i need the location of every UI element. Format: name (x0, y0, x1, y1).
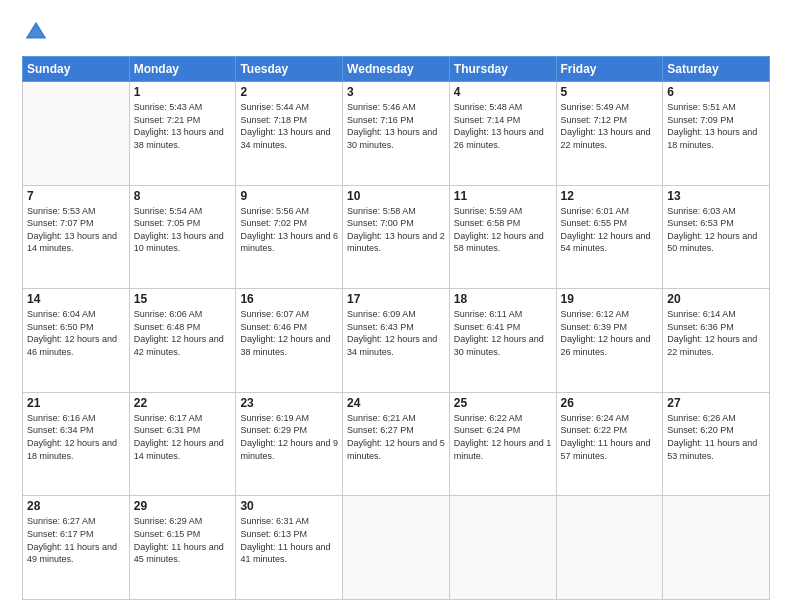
cell-info: Sunrise: 6:11 AMSunset: 6:41 PMDaylight:… (454, 308, 552, 358)
calendar-cell: 29Sunrise: 6:29 AMSunset: 6:15 PMDayligh… (129, 496, 236, 600)
calendar-cell: 27Sunrise: 6:26 AMSunset: 6:20 PMDayligh… (663, 392, 770, 496)
cell-info: Sunrise: 5:53 AMSunset: 7:07 PMDaylight:… (27, 205, 125, 255)
calendar-cell: 17Sunrise: 6:09 AMSunset: 6:43 PMDayligh… (343, 289, 450, 393)
day-number: 25 (454, 396, 552, 410)
cell-info: Sunrise: 6:16 AMSunset: 6:34 PMDaylight:… (27, 412, 125, 462)
cell-info: Sunrise: 6:09 AMSunset: 6:43 PMDaylight:… (347, 308, 445, 358)
logo (22, 18, 54, 46)
day-number: 22 (134, 396, 232, 410)
cell-info: Sunrise: 6:14 AMSunset: 6:36 PMDaylight:… (667, 308, 765, 358)
calendar-cell (663, 496, 770, 600)
calendar-week-row: 28Sunrise: 6:27 AMSunset: 6:17 PMDayligh… (23, 496, 770, 600)
page: SundayMondayTuesdayWednesdayThursdayFrid… (0, 0, 792, 612)
day-number: 7 (27, 189, 125, 203)
cell-info: Sunrise: 6:01 AMSunset: 6:55 PMDaylight:… (561, 205, 659, 255)
cell-info: Sunrise: 6:17 AMSunset: 6:31 PMDaylight:… (134, 412, 232, 462)
cell-info: Sunrise: 6:12 AMSunset: 6:39 PMDaylight:… (561, 308, 659, 358)
day-number: 9 (240, 189, 338, 203)
calendar-cell (23, 82, 130, 186)
cell-info: Sunrise: 6:04 AMSunset: 6:50 PMDaylight:… (27, 308, 125, 358)
day-number: 17 (347, 292, 445, 306)
calendar-cell: 19Sunrise: 6:12 AMSunset: 6:39 PMDayligh… (556, 289, 663, 393)
calendar-cell: 15Sunrise: 6:06 AMSunset: 6:48 PMDayligh… (129, 289, 236, 393)
day-number: 23 (240, 396, 338, 410)
cell-info: Sunrise: 5:44 AMSunset: 7:18 PMDaylight:… (240, 101, 338, 151)
cell-info: Sunrise: 6:27 AMSunset: 6:17 PMDaylight:… (27, 515, 125, 565)
day-number: 1 (134, 85, 232, 99)
weekday-header: Saturday (663, 57, 770, 82)
day-number: 6 (667, 85, 765, 99)
calendar-cell: 30Sunrise: 6:31 AMSunset: 6:13 PMDayligh… (236, 496, 343, 600)
calendar-table: SundayMondayTuesdayWednesdayThursdayFrid… (22, 56, 770, 600)
cell-info: Sunrise: 6:31 AMSunset: 6:13 PMDaylight:… (240, 515, 338, 565)
day-number: 2 (240, 85, 338, 99)
cell-info: Sunrise: 6:03 AMSunset: 6:53 PMDaylight:… (667, 205, 765, 255)
weekday-header: Thursday (449, 57, 556, 82)
calendar-cell: 14Sunrise: 6:04 AMSunset: 6:50 PMDayligh… (23, 289, 130, 393)
calendar-cell: 23Sunrise: 6:19 AMSunset: 6:29 PMDayligh… (236, 392, 343, 496)
calendar-week-row: 1Sunrise: 5:43 AMSunset: 7:21 PMDaylight… (23, 82, 770, 186)
day-number: 4 (454, 85, 552, 99)
cell-info: Sunrise: 5:46 AMSunset: 7:16 PMDaylight:… (347, 101, 445, 151)
weekday-header: Tuesday (236, 57, 343, 82)
calendar-cell: 7Sunrise: 5:53 AMSunset: 7:07 PMDaylight… (23, 185, 130, 289)
day-number: 29 (134, 499, 232, 513)
cell-info: Sunrise: 6:22 AMSunset: 6:24 PMDaylight:… (454, 412, 552, 462)
day-number: 24 (347, 396, 445, 410)
day-number: 15 (134, 292, 232, 306)
day-number: 28 (27, 499, 125, 513)
cell-info: Sunrise: 6:26 AMSunset: 6:20 PMDaylight:… (667, 412, 765, 462)
cell-info: Sunrise: 5:56 AMSunset: 7:02 PMDaylight:… (240, 205, 338, 255)
calendar-cell (343, 496, 450, 600)
calendar-cell: 12Sunrise: 6:01 AMSunset: 6:55 PMDayligh… (556, 185, 663, 289)
cell-info: Sunrise: 6:29 AMSunset: 6:15 PMDaylight:… (134, 515, 232, 565)
calendar-week-row: 21Sunrise: 6:16 AMSunset: 6:34 PMDayligh… (23, 392, 770, 496)
weekday-header: Wednesday (343, 57, 450, 82)
weekday-header: Friday (556, 57, 663, 82)
calendar-cell: 3Sunrise: 5:46 AMSunset: 7:16 PMDaylight… (343, 82, 450, 186)
calendar-header-row: SundayMondayTuesdayWednesdayThursdayFrid… (23, 57, 770, 82)
header (22, 18, 770, 46)
cell-info: Sunrise: 5:43 AMSunset: 7:21 PMDaylight:… (134, 101, 232, 151)
cell-info: Sunrise: 5:49 AMSunset: 7:12 PMDaylight:… (561, 101, 659, 151)
cell-info: Sunrise: 6:06 AMSunset: 6:48 PMDaylight:… (134, 308, 232, 358)
calendar-cell: 20Sunrise: 6:14 AMSunset: 6:36 PMDayligh… (663, 289, 770, 393)
cell-info: Sunrise: 6:24 AMSunset: 6:22 PMDaylight:… (561, 412, 659, 462)
weekday-header: Sunday (23, 57, 130, 82)
calendar-cell: 22Sunrise: 6:17 AMSunset: 6:31 PMDayligh… (129, 392, 236, 496)
day-number: 30 (240, 499, 338, 513)
day-number: 27 (667, 396, 765, 410)
cell-info: Sunrise: 5:58 AMSunset: 7:00 PMDaylight:… (347, 205, 445, 255)
day-number: 13 (667, 189, 765, 203)
calendar-week-row: 7Sunrise: 5:53 AMSunset: 7:07 PMDaylight… (23, 185, 770, 289)
calendar-cell (556, 496, 663, 600)
calendar-cell: 5Sunrise: 5:49 AMSunset: 7:12 PMDaylight… (556, 82, 663, 186)
calendar-cell: 21Sunrise: 6:16 AMSunset: 6:34 PMDayligh… (23, 392, 130, 496)
cell-info: Sunrise: 5:59 AMSunset: 6:58 PMDaylight:… (454, 205, 552, 255)
day-number: 8 (134, 189, 232, 203)
calendar-cell: 24Sunrise: 6:21 AMSunset: 6:27 PMDayligh… (343, 392, 450, 496)
calendar-cell: 26Sunrise: 6:24 AMSunset: 6:22 PMDayligh… (556, 392, 663, 496)
calendar-cell: 11Sunrise: 5:59 AMSunset: 6:58 PMDayligh… (449, 185, 556, 289)
day-number: 12 (561, 189, 659, 203)
calendar-cell: 18Sunrise: 6:11 AMSunset: 6:41 PMDayligh… (449, 289, 556, 393)
day-number: 10 (347, 189, 445, 203)
calendar-cell: 9Sunrise: 5:56 AMSunset: 7:02 PMDaylight… (236, 185, 343, 289)
day-number: 19 (561, 292, 659, 306)
calendar-week-row: 14Sunrise: 6:04 AMSunset: 6:50 PMDayligh… (23, 289, 770, 393)
day-number: 16 (240, 292, 338, 306)
cell-info: Sunrise: 5:51 AMSunset: 7:09 PMDaylight:… (667, 101, 765, 151)
calendar-cell: 28Sunrise: 6:27 AMSunset: 6:17 PMDayligh… (23, 496, 130, 600)
calendar-cell: 10Sunrise: 5:58 AMSunset: 7:00 PMDayligh… (343, 185, 450, 289)
cell-info: Sunrise: 6:19 AMSunset: 6:29 PMDaylight:… (240, 412, 338, 462)
day-number: 11 (454, 189, 552, 203)
day-number: 26 (561, 396, 659, 410)
day-number: 5 (561, 85, 659, 99)
calendar-cell: 1Sunrise: 5:43 AMSunset: 7:21 PMDaylight… (129, 82, 236, 186)
calendar-cell: 4Sunrise: 5:48 AMSunset: 7:14 PMDaylight… (449, 82, 556, 186)
weekday-header: Monday (129, 57, 236, 82)
calendar-cell: 16Sunrise: 6:07 AMSunset: 6:46 PMDayligh… (236, 289, 343, 393)
calendar-cell: 2Sunrise: 5:44 AMSunset: 7:18 PMDaylight… (236, 82, 343, 186)
calendar-cell: 6Sunrise: 5:51 AMSunset: 7:09 PMDaylight… (663, 82, 770, 186)
calendar-cell (449, 496, 556, 600)
